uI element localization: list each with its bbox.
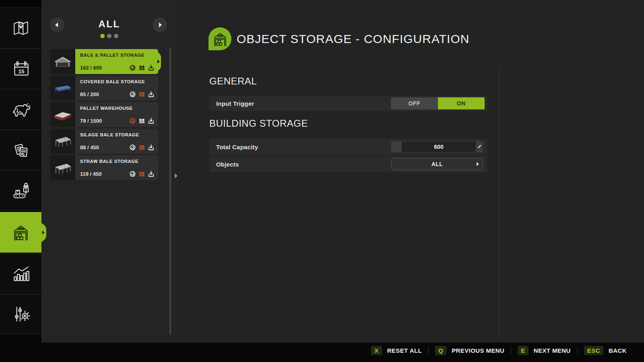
calendar-icon: 15 bbox=[11, 59, 31, 79]
item-title: SILAGE BALE STORAGE bbox=[80, 132, 154, 137]
map-icon bbox=[11, 18, 31, 38]
back-label: BACK bbox=[609, 347, 627, 354]
sidebar-item-animals[interactable] bbox=[0, 89, 41, 129]
item-title: STRAW BALE STORAGE bbox=[80, 159, 154, 164]
footer-separator bbox=[511, 347, 511, 354]
warehouse-icon bbox=[11, 222, 31, 243]
total-capacity-row: Total Capacity 600 bbox=[209, 139, 487, 155]
pallet-icon bbox=[139, 144, 145, 150]
objects-dropdown[interactable]: ALL bbox=[391, 158, 483, 170]
content-divider bbox=[499, 68, 499, 340]
sidebar-selected-tab bbox=[37, 223, 46, 242]
svg-text:15: 15 bbox=[18, 68, 25, 74]
previous-menu-hint[interactable]: Q PREVIOUS MENU bbox=[435, 346, 504, 355]
pagination-dot bbox=[114, 34, 118, 38]
store-in-icon bbox=[148, 91, 154, 97]
item-count: 79 / 1500 bbox=[80, 118, 102, 124]
key-x: X bbox=[371, 346, 382, 355]
item-count: 162 / 600 bbox=[80, 65, 102, 71]
item-title: BALE & PALLET STORAGE bbox=[80, 53, 154, 58]
store-in-icon bbox=[148, 65, 154, 71]
section-heading-general: GENERAL bbox=[209, 76, 257, 87]
sidebar-item-object-storage[interactable] bbox=[0, 212, 41, 253]
item-title: PALLET WAREHOUSE bbox=[80, 106, 154, 111]
sidebar-item-production[interactable] bbox=[0, 170, 41, 210]
building-thumbnail bbox=[50, 49, 75, 74]
object-storage-config-screen: 15 bbox=[0, 0, 644, 362]
item-count: 88 / 450 bbox=[80, 144, 99, 150]
store-in-icon bbox=[148, 144, 154, 150]
store-in-icon bbox=[148, 118, 154, 124]
documents-icon bbox=[11, 140, 31, 160]
list-item-pallet-warehouse[interactable]: PALLET WAREHOUSE 79 / 1500 bbox=[50, 102, 158, 127]
input-trigger-label: Input Trigger bbox=[216, 100, 254, 107]
pallet-icon bbox=[139, 91, 145, 97]
list-item-straw-bale-storage[interactable]: STRAW BALE STORAGE 119 / 450 bbox=[50, 155, 158, 180]
total-capacity-label: Total Capacity bbox=[216, 144, 258, 150]
pagination-dot-active bbox=[100, 34, 105, 38]
objects-label: Objects bbox=[216, 161, 239, 168]
store-in-icon bbox=[148, 171, 154, 177]
building-thumbnail bbox=[50, 76, 75, 101]
list-item-silage-bale-storage[interactable]: SILAGE BALE STORAGE 88 / 450 bbox=[50, 129, 158, 154]
sliders-gear-icon bbox=[11, 304, 31, 324]
bar-chart-icon bbox=[11, 264, 31, 284]
configuration-pane: OBJECT STORAGE - CONFIGURATION GENERAL I… bbox=[177, 0, 644, 343]
round-bale-icon bbox=[130, 171, 136, 177]
footer-separator bbox=[428, 347, 429, 354]
sidebar-item-statistics[interactable] bbox=[0, 253, 41, 294]
list-item-bale-pallet-storage[interactable]: BALE & PALLET STORAGE 162 / 600 bbox=[50, 49, 158, 74]
pagination-dot bbox=[107, 34, 111, 38]
list-item-covered-bale-storage[interactable]: COVERED BALE STORAGE 65 / 200 bbox=[50, 76, 158, 101]
round-bale-icon bbox=[130, 144, 136, 150]
next-menu-label: NEXT MENU bbox=[534, 347, 571, 354]
toggle-off-button[interactable]: OFF bbox=[391, 97, 438, 109]
sidebar: 15 bbox=[0, 0, 41, 362]
right-arrow-icon bbox=[159, 23, 162, 27]
pagination-dots bbox=[41, 34, 177, 38]
building-thumbnail bbox=[50, 102, 75, 127]
footer-separator bbox=[577, 347, 578, 354]
toggle-on-button[interactable]: ON bbox=[438, 97, 485, 109]
warehouse-icon bbox=[211, 30, 229, 48]
selected-item-arrow-icon bbox=[157, 60, 160, 64]
total-capacity-value: 600 bbox=[402, 142, 476, 152]
key-esc: ESC bbox=[584, 346, 603, 355]
storage-list-panel: ALL BALE & PALLET STORAGE bbox=[41, 0, 177, 362]
input-trigger-toggle: OFF ON bbox=[391, 97, 485, 109]
building-thumbnail bbox=[50, 129, 75, 154]
pencil-icon bbox=[477, 144, 482, 149]
keybind-footer: X RESET ALL Q PREVIOUS MENU E NEXT MENU … bbox=[0, 343, 644, 362]
sidebar-item-contracts[interactable] bbox=[0, 130, 41, 170]
reset-all-label: RESET ALL bbox=[387, 347, 422, 354]
cow-icon bbox=[11, 99, 31, 119]
list-scrollbar[interactable] bbox=[169, 48, 171, 335]
back-hint[interactable]: ESC BACK bbox=[584, 346, 627, 355]
storage-list: BALE & PALLET STORAGE 162 / 600 bbox=[50, 49, 158, 182]
edit-capacity-button[interactable] bbox=[476, 142, 483, 152]
sidebar-item-map[interactable] bbox=[0, 8, 41, 48]
objects-value: ALL bbox=[431, 161, 443, 167]
round-bale-icon bbox=[130, 91, 136, 97]
total-capacity-input[interactable]: 600 bbox=[391, 141, 483, 152]
pallet-icon bbox=[139, 171, 145, 177]
key-e: E bbox=[518, 346, 528, 355]
page-title: OBJECT STORAGE - CONFIGURATION bbox=[237, 32, 469, 46]
sidebar-item-calendar[interactable]: 15 bbox=[0, 48, 41, 88]
next-menu-hint[interactable]: E NEXT MENU bbox=[518, 346, 570, 355]
pallet-icon bbox=[139, 65, 145, 71]
section-heading-building-storage: BUILDING STORAGE bbox=[209, 118, 308, 129]
pallet-icon bbox=[139, 118, 145, 124]
objects-row: Objects ALL bbox=[209, 156, 487, 172]
category-next-button[interactable] bbox=[153, 18, 167, 32]
sidebar-item-settings[interactable] bbox=[0, 294, 41, 334]
building-thumbnail bbox=[50, 155, 75, 180]
object-storage-app-icon bbox=[208, 27, 231, 50]
item-count: 65 / 200 bbox=[80, 91, 99, 97]
item-count: 119 / 450 bbox=[80, 171, 102, 177]
round-bale-icon bbox=[130, 65, 136, 71]
previous-menu-label: PREVIOUS MENU bbox=[452, 347, 504, 354]
reset-all-hint[interactable]: X RESET ALL bbox=[371, 346, 422, 355]
key-q: Q bbox=[435, 346, 446, 355]
production-line-icon bbox=[11, 180, 31, 200]
